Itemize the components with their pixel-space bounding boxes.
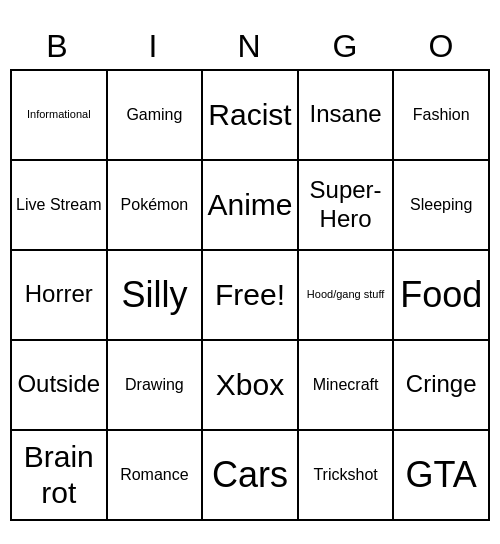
cell-text-11: Silly <box>121 273 187 316</box>
bingo-cell-3: Insane <box>299 71 395 161</box>
header-letter-N: N <box>202 24 298 69</box>
header-letter-B: B <box>10 24 106 69</box>
header-letter-G: G <box>298 24 394 69</box>
bingo-grid: InformationalGamingRacistInsaneFashionLi… <box>10 69 490 521</box>
bingo-cell-17: Xbox <box>203 341 299 431</box>
cell-text-20: Brain rot <box>16 439 102 511</box>
bingo-cell-9: Sleeping <box>394 161 490 251</box>
cell-text-21: Romance <box>120 465 188 484</box>
header-letter-O: O <box>394 24 490 69</box>
cell-text-3: Insane <box>310 100 382 129</box>
bingo-header: BINGO <box>10 24 490 69</box>
bingo-cell-13: Hood/gang stuff <box>299 251 395 341</box>
bingo-cell-7: Anime <box>203 161 299 251</box>
cell-text-15: Outside <box>17 370 100 399</box>
bingo-cell-24: GTA <box>394 431 490 521</box>
cell-text-23: Trickshot <box>313 465 377 484</box>
cell-text-7: Anime <box>207 187 292 223</box>
bingo-cell-4: Fashion <box>394 71 490 161</box>
cell-text-10: Horrer <box>25 280 93 309</box>
cell-text-14: Food <box>400 273 482 316</box>
cell-text-12: Free! <box>215 277 285 313</box>
bingo-cell-16: Drawing <box>108 341 204 431</box>
cell-text-22: Cars <box>212 453 288 496</box>
cell-text-17: Xbox <box>216 367 284 403</box>
bingo-cell-22: Cars <box>203 431 299 521</box>
cell-text-0: Informational <box>27 108 91 121</box>
bingo-cell-11: Silly <box>108 251 204 341</box>
bingo-cell-23: Trickshot <box>299 431 395 521</box>
cell-text-16: Drawing <box>125 375 184 394</box>
cell-text-18: Minecraft <box>313 375 379 394</box>
cell-text-13: Hood/gang stuff <box>307 288 384 301</box>
bingo-cell-2: Racist <box>203 71 299 161</box>
cell-text-2: Racist <box>208 97 291 133</box>
bingo-cell-21: Romance <box>108 431 204 521</box>
bingo-cell-0: Informational <box>12 71 108 161</box>
bingo-cell-18: Minecraft <box>299 341 395 431</box>
cell-text-5: Live Stream <box>16 195 101 214</box>
cell-text-8: Super-Hero <box>303 176 389 234</box>
cell-text-4: Fashion <box>413 105 470 124</box>
bingo-cell-1: Gaming <box>108 71 204 161</box>
bingo-cell-15: Outside <box>12 341 108 431</box>
header-letter-I: I <box>106 24 202 69</box>
bingo-cell-8: Super-Hero <box>299 161 395 251</box>
bingo-cell-5: Live Stream <box>12 161 108 251</box>
cell-text-24: GTA <box>406 453 477 496</box>
bingo-cell-12: Free! <box>203 251 299 341</box>
cell-text-9: Sleeping <box>410 195 472 214</box>
bingo-card: BINGO InformationalGamingRacistInsaneFas… <box>10 24 490 521</box>
bingo-cell-20: Brain rot <box>12 431 108 521</box>
cell-text-1: Gaming <box>126 105 182 124</box>
bingo-cell-10: Horrer <box>12 251 108 341</box>
cell-text-6: Pokémon <box>121 195 189 214</box>
bingo-cell-14: Food <box>394 251 490 341</box>
bingo-cell-19: Cringe <box>394 341 490 431</box>
cell-text-19: Cringe <box>406 370 477 399</box>
bingo-cell-6: Pokémon <box>108 161 204 251</box>
